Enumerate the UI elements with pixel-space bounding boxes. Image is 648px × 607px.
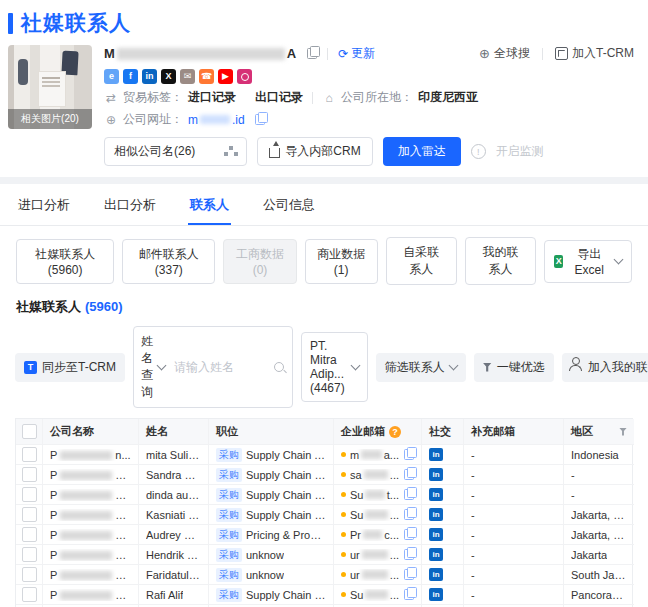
search-icon[interactable] (274, 362, 284, 372)
filter-chip-2[interactable]: 工商数据(0) (223, 239, 296, 284)
copy-email-icon[interactable] (404, 489, 414, 500)
website-link[interactable]: m .id (188, 113, 245, 127)
filter-chip-3[interactable]: 商业数据(1) (305, 239, 378, 284)
x-icon[interactable]: X (161, 69, 176, 84)
website-icon[interactable]: e (104, 69, 119, 84)
email-text: Sut... (350, 489, 399, 501)
name-search-group: 姓名查询 (133, 326, 293, 408)
tab-3[interactable]: 公司信息 (261, 184, 317, 225)
filter-chip-4[interactable]: 自采联系人 (386, 237, 457, 285)
position-cell: 采购Supply Chain Management (208, 505, 333, 525)
filter-chip-5[interactable]: 我的联系人 (465, 237, 536, 285)
facebook-icon[interactable]: f (123, 69, 138, 84)
table-header-row: 公司名称 姓名 职位 企业邮箱 ? 社交 补充邮箱 地区 (16, 419, 632, 445)
company-name-link[interactable]: P a ... (50, 489, 131, 501)
filter-chip-0[interactable]: 社媒联系人(5960) (16, 239, 114, 284)
purchase-tag: 采购 (216, 528, 242, 542)
region-filter-icon[interactable] (619, 428, 627, 436)
region-text: - (571, 469, 575, 481)
tab-1[interactable]: 出口分析 (102, 184, 158, 225)
export-records-link[interactable]: 出口记录 (255, 89, 303, 106)
company-name-link[interactable]: P a ... (50, 509, 131, 521)
extra-email-text: - (471, 469, 475, 481)
row-checkbox[interactable] (22, 467, 37, 482)
company-name-link[interactable]: P a ... (50, 569, 131, 581)
company-name: M A (104, 46, 296, 61)
help-icon[interactable]: ? (389, 426, 401, 438)
row-checkbox[interactable] (22, 587, 37, 602)
company-name-link[interactable]: P a ... (50, 529, 131, 541)
contact-count: (5960) (85, 299, 123, 314)
name-cell: dinda auliya adha (138, 485, 208, 505)
region-cell: South Jakarta (563, 565, 634, 585)
enable-monitor-button[interactable]: 开启监测 (496, 143, 544, 160)
region-text: Jakarta, Indonesia (571, 509, 627, 521)
page-title: 社媒联系人 (21, 9, 131, 37)
region-text: Pancoran Mas, ... (571, 589, 627, 601)
row-checkbox[interactable] (22, 447, 37, 462)
copy-email-icon[interactable] (404, 449, 414, 460)
linkedin-icon[interactable]: in (429, 548, 443, 561)
import-crm-button[interactable]: 导入内部CRM (257, 137, 372, 166)
tab-2[interactable]: 联系人 (188, 184, 231, 225)
position-text: Pricing & Promotion Execut... (246, 529, 326, 541)
linkedin-icon[interactable]: in (429, 508, 443, 521)
select-all-checkbox[interactable] (22, 424, 37, 439)
linkedin-icon[interactable]: in (429, 488, 443, 501)
company-name-link[interactable]: P a,... (50, 469, 131, 481)
company-name-link[interactable]: P n... (50, 449, 131, 461)
similar-companies-button[interactable]: 相似公司名(26) (104, 137, 247, 166)
row-checkbox[interactable] (22, 567, 37, 582)
copy-email-icon[interactable] (404, 509, 414, 520)
copy-email-icon[interactable] (404, 549, 414, 560)
name-query-dropdown[interactable]: 姓名查询 (134, 327, 172, 407)
email-cell: Su... (333, 585, 421, 605)
company-name-link[interactable]: P a ... (50, 549, 131, 561)
global-search-button[interactable]: ⊕ 全球搜 (479, 45, 530, 62)
sync-tcrm-button[interactable]: T 同步至T-CRM (15, 353, 125, 382)
trade-tags-icon: ⇄ (104, 91, 118, 105)
company-cell: P a ... (42, 565, 138, 585)
company-name-link[interactable]: P a ... (50, 589, 131, 601)
excel-icon: X (554, 255, 564, 268)
update-button[interactable]: ⟳ 更新 (338, 45, 375, 62)
company-photo[interactable]: 相关图片(20) (8, 45, 92, 129)
copy-email-icon[interactable] (404, 469, 414, 480)
blurred-company-name (117, 48, 285, 60)
linkedin-icon[interactable]: in (429, 448, 443, 461)
phone-icon[interactable]: ☎ (199, 69, 214, 84)
add-my-contacts-button[interactable]: 加入我的联系人 (562, 353, 648, 382)
linkedin-icon[interactable]: in (142, 69, 157, 84)
name-search-input[interactable] (172, 354, 272, 380)
blurred-text (362, 550, 388, 559)
linkedin-icon[interactable]: in (429, 528, 443, 541)
row-checkbox[interactable] (22, 487, 37, 502)
export-excel-button[interactable]: X 导出 Excel (544, 240, 632, 283)
company-filter-dropdown[interactable]: PT. Mitra Adip...(4467) (301, 332, 368, 402)
linkedin-icon[interactable]: in (429, 568, 443, 581)
filter-contacts-dropdown[interactable]: 筛选联系人 (376, 353, 466, 382)
copy-url-icon[interactable] (255, 114, 265, 125)
copy-email-icon[interactable] (404, 529, 414, 540)
copy-company-name-icon[interactable] (307, 48, 317, 59)
import-records-link[interactable]: 进口记录 (188, 89, 236, 106)
one-click-optimize-button[interactable]: 一键优选 (474, 353, 554, 382)
mail-icon[interactable]: ✉ (180, 69, 195, 84)
contact-name: Kasniati Sinaga (146, 509, 201, 521)
join-radar-button[interactable]: 加入雷达 (383, 137, 461, 166)
row-checkbox[interactable] (22, 547, 37, 562)
info-icon[interactable]: ! (471, 144, 486, 159)
section-separator (0, 177, 648, 184)
copy-email-icon[interactable] (404, 569, 414, 580)
row-checkbox[interactable] (22, 527, 37, 542)
email-status-dot (341, 452, 346, 457)
row-checkbox[interactable] (22, 507, 37, 522)
instagram-icon[interactable] (237, 69, 252, 84)
linkedin-icon[interactable]: in (429, 588, 443, 601)
youtube-icon[interactable]: ▶ (218, 69, 233, 84)
join-tcrm-button[interactable]: 加入T-CRM (555, 45, 634, 62)
filter-chip-1[interactable]: 邮件联系人(337) (122, 239, 215, 284)
tab-0[interactable]: 进口分析 (16, 184, 72, 225)
linkedin-icon[interactable]: in (429, 468, 443, 481)
copy-email-icon[interactable] (404, 589, 414, 600)
